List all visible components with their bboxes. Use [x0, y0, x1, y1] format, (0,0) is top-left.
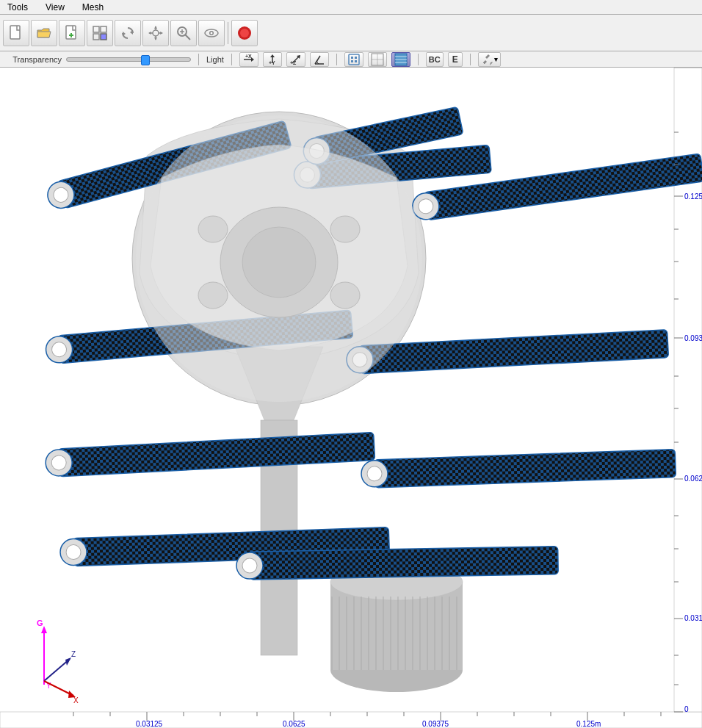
new-button[interactable] [3, 20, 29, 46]
svg-text:0.03125: 0.03125 [136, 720, 163, 728]
separator-5 [470, 54, 471, 65]
bc-button[interactable]: BC [426, 52, 444, 67]
magnify-button[interactable] [170, 20, 197, 46]
separator-3 [336, 54, 337, 65]
transparency-bar: Transparency Light + X +Y +Z [0, 51, 702, 68]
svg-rect-0 [10, 26, 20, 39]
light-label: Light [206, 55, 224, 64]
svg-rect-44 [355, 60, 357, 62]
svg-point-115 [51, 455, 67, 470]
surface1-btn[interactable] [368, 52, 387, 67]
svg-text:0.125m: 0.125m [576, 720, 601, 728]
rotate-button[interactable] [115, 20, 141, 46]
viewport[interactable]: 0.125 0.09375 0.0625 0.03125 0 0 [0, 68, 702, 728]
svg-text:+Z: +Z [290, 60, 297, 65]
svg-text:X: X [73, 696, 79, 704]
e-button[interactable]: E [448, 52, 463, 67]
separator-1 [198, 54, 199, 65]
svg-rect-6 [93, 34, 99, 40]
svg-text:0.125: 0.125 [684, 192, 702, 201]
svg-text:0.0625: 0.0625 [684, 475, 702, 483]
svg-text:0.0625: 0.0625 [283, 720, 305, 728]
svg-point-127 [242, 558, 257, 573]
fit-button[interactable] [87, 20, 113, 46]
add-button[interactable] [59, 20, 85, 46]
svg-marker-8 [130, 30, 133, 35]
pan-button[interactable] [142, 20, 169, 46]
svg-text:0.03125: 0.03125 [684, 614, 702, 622]
svg-text:X: X [248, 54, 252, 59]
angle-button[interactable] [310, 52, 329, 67]
svg-marker-54 [490, 62, 493, 65]
snap-btn[interactable] [344, 52, 363, 67]
tools-dropdown[interactable]: ▾ [478, 52, 501, 67]
move-z-button[interactable]: +Z [286, 52, 305, 67]
transparency-slider[interactable] [66, 57, 191, 62]
menu-mesh[interactable]: Mesh [78, 1, 108, 14]
svg-rect-40 [349, 54, 359, 65]
svg-point-10 [153, 30, 159, 36]
svg-text:Z: Z [71, 650, 76, 658]
svg-point-132 [330, 216, 360, 242]
svg-point-119 [367, 466, 383, 481]
svg-text:0: 0 [684, 705, 689, 713]
menu-view[interactable]: View [41, 1, 69, 14]
svg-point-123 [66, 544, 82, 560]
move-x-button[interactable]: + X [239, 52, 258, 67]
menubar: Tools View Mesh [0, 0, 702, 15]
svg-rect-5 [101, 26, 106, 32]
transparency-thumb[interactable] [141, 55, 150, 65]
menu-tools[interactable]: Tools [3, 1, 32, 14]
svg-point-133 [198, 282, 228, 309]
move-y-button[interactable]: +Y [263, 52, 282, 67]
svg-point-27 [240, 29, 249, 37]
svg-point-131 [198, 216, 228, 242]
svg-text:0.09375: 0.09375 [684, 334, 702, 342]
svg-rect-4 [93, 26, 99, 32]
svg-rect-42 [355, 57, 357, 59]
svg-rect-41 [351, 57, 353, 59]
transparency-label: Transparency [3, 55, 62, 64]
svg-marker-18 [160, 32, 163, 35]
svg-marker-16 [148, 32, 151, 35]
svg-text:+Y: +Y [269, 60, 275, 65]
svg-marker-33 [270, 54, 275, 57]
svg-point-130 [242, 227, 316, 298]
svg-rect-7 [101, 34, 106, 40]
svg-rect-43 [351, 60, 353, 62]
svg-text:G: G [37, 619, 43, 627]
svg-point-134 [330, 282, 360, 309]
svg-marker-12 [154, 26, 157, 29]
svg-marker-14 [154, 37, 157, 40]
open-button[interactable] [31, 20, 57, 46]
toolbar [0, 15, 702, 51]
svg-line-20 [185, 35, 190, 40]
surface2-btn[interactable] [391, 52, 410, 67]
svg-marker-9 [123, 32, 126, 36]
svg-text:0.09375: 0.09375 [422, 720, 449, 728]
svg-point-25 [211, 32, 213, 34]
red-button[interactable] [231, 20, 258, 46]
separator-2 [231, 54, 232, 65]
eye-button[interactable] [198, 20, 225, 46]
separator-4 [418, 54, 419, 65]
toolbar-separator [228, 22, 228, 44]
